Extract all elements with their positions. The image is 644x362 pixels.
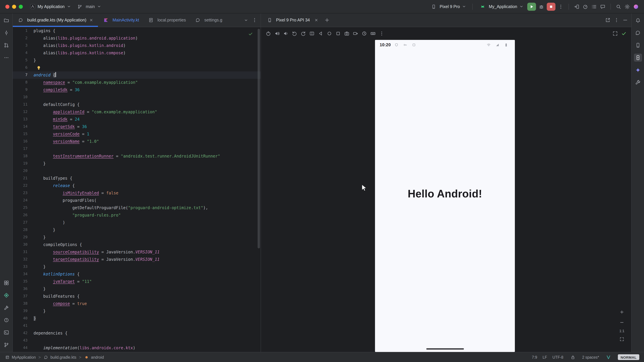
settings-icon[interactable] — [623, 2, 631, 10]
code-line[interactable]: 43 — [13, 337, 260, 344]
editor-tab[interactable]: local.properties — [143, 13, 190, 27]
more-vert-icon[interactable] — [250, 16, 258, 24]
search-icon[interactable] — [614, 2, 622, 10]
run-configuration-selector[interactable]: My_Application — [476, 1, 526, 12]
code-line[interactable]: 5} — [13, 57, 260, 64]
close-window-button[interactable] — [5, 4, 10, 8]
code-line[interactable]: 17 — [13, 145, 260, 152]
code-line[interactable]: 26 "proguard-rules.pro" — [13, 212, 260, 219]
chevron-down-icon[interactable] — [242, 16, 250, 24]
wifi-icon[interactable] — [485, 41, 493, 49]
code-line[interactable]: 32 targetCompatibility = JavaVersion.VER… — [13, 256, 260, 263]
breadcrumb-item[interactable]: build.gradle.kts — [50, 355, 76, 359]
code-line[interactable]: 36 } — [13, 285, 260, 293]
profiler-icon[interactable] — [581, 2, 589, 10]
code-line[interactable]: 3 alias(libs.plugins.kotlin.android) — [13, 42, 260, 49]
emulator-screen[interactable]: 10:20 Hello Android! — [375, 40, 515, 352]
editor-tab[interactable]: build.gradle.kts (My Application) — [13, 13, 98, 27]
app-quality-insights-icon[interactable] — [2, 291, 10, 299]
running-devices-icon[interactable] — [634, 54, 642, 62]
vcs-branch-widget[interactable]: main — [73, 1, 104, 12]
code-line[interactable]: 10 — [13, 93, 260, 101]
version-control-icon[interactable] — [2, 341, 10, 349]
zoom-in-icon[interactable] — [618, 308, 626, 316]
code-line[interactable]: 31 sourceCompatibility = JavaVersion.VER… — [13, 248, 260, 256]
shield-icon[interactable] — [392, 41, 400, 49]
code-line[interactable]: 19 } — [13, 160, 260, 167]
pull-requests-icon[interactable] — [2, 41, 10, 49]
code-line[interactable]: 4 alias(libs.plugins.kotlin.compose) — [13, 49, 260, 57]
code-line[interactable]: 22 release { — [13, 182, 260, 189]
gemini-icon[interactable] — [634, 66, 642, 74]
live-edit-check-icon[interactable] — [620, 29, 628, 37]
build-icon[interactable] — [2, 304, 10, 312]
code-line[interactable]: 23 isMinifyEnabled = false — [13, 189, 260, 197]
key-icon[interactable] — [401, 41, 409, 49]
power-icon[interactable] — [264, 29, 272, 37]
hide-icon[interactable] — [621, 16, 629, 24]
snapshots-icon[interactable] — [360, 29, 368, 37]
editor-scrollbar[interactable] — [258, 29, 260, 248]
code-line[interactable]: 42dependencies { — [13, 330, 260, 337]
code-line[interactable]: 9 compileSdk = 36 — [13, 86, 260, 93]
code-line[interactable]: 33 } — [13, 263, 260, 271]
code-line[interactable]: 38 compose = true — [13, 300, 260, 307]
fold-icon[interactable] — [308, 29, 316, 37]
todo-list-icon[interactable] — [590, 2, 598, 10]
minimize-window-button[interactable] — [12, 4, 16, 8]
close-tab-icon[interactable] — [89, 17, 94, 23]
device-selector[interactable]: Pixel 9 Pro — [427, 1, 469, 12]
code-line[interactable]: 27 ) — [13, 219, 260, 226]
intention-bulb-icon[interactable] — [36, 65, 42, 70]
breadcrumb-item[interactable]: MyApplication — [12, 355, 36, 359]
device-manager-icon[interactable] — [634, 41, 642, 49]
volume-up-icon[interactable] — [273, 29, 281, 37]
code-line[interactable]: 25 getDefaultProguardFile("proguard-andr… — [13, 204, 260, 212]
ai-chat-icon[interactable] — [599, 2, 607, 10]
code-line[interactable]: 11 defaultConfig { — [13, 101, 260, 108]
code-line[interactable]: 14 targetSdk = 36 — [13, 123, 260, 130]
breadcrumb-item[interactable]: android — [91, 355, 104, 359]
close-device-tab-icon[interactable] — [312, 16, 320, 24]
home-icon[interactable] — [325, 29, 334, 37]
overview-icon[interactable] — [334, 29, 342, 37]
run-button[interactable] — [527, 2, 536, 10]
code-editor[interactable]: 1plugins {2 alias(libs.plugins.android.a… — [13, 27, 261, 352]
inspections-status-icon[interactable] — [246, 30, 254, 38]
zoom-level[interactable]: 1:1 — [619, 329, 624, 333]
code-line[interactable]: 18 testInstrumentationRunner = "androidx… — [13, 152, 260, 160]
project-folder-icon[interactable] — [2, 16, 10, 24]
fullscreen-window-button[interactable] — [19, 4, 23, 8]
device-tab[interactable]: Pixel 9 Pro API 34 — [261, 13, 323, 27]
code-line[interactable]: 24 proguardFiles( — [13, 197, 260, 204]
code-line[interactable]: 41 — [13, 322, 260, 330]
more-tool-windows-icon[interactable] — [2, 54, 10, 62]
code-line[interactable]: 28 } — [13, 226, 260, 234]
gradle-icon[interactable] — [634, 29, 642, 37]
encoding-widget[interactable]: UTF-8 — [552, 355, 563, 359]
indent-widget[interactable]: 2 spaces* — [582, 355, 599, 359]
code-line[interactable]: 13 minSdk = 24 — [13, 116, 260, 123]
code-line[interactable]: 40} — [13, 315, 260, 322]
terminal-icon[interactable] — [2, 329, 10, 337]
open-in-new-icon[interactable] — [604, 16, 612, 24]
code-line[interactable]: 15 versionCode = 1 — [13, 130, 260, 138]
device-mirroring-icon[interactable] — [572, 2, 580, 10]
battery-icon[interactable] — [502, 41, 510, 49]
back-icon[interactable] — [317, 29, 325, 37]
hardware-input-icon[interactable] — [369, 29, 377, 37]
code-line[interactable]: 7android { — [13, 71, 260, 79]
screenshot-icon[interactable] — [343, 29, 351, 37]
code-line[interactable]: 35 jvmTarget = "11" — [13, 278, 260, 285]
more-run-actions-icon[interactable] — [557, 2, 565, 10]
screen-record-icon[interactable] — [352, 29, 360, 37]
code-line[interactable]: 29 } — [13, 234, 260, 241]
rotate-right-icon[interactable] — [299, 29, 307, 37]
code-line[interactable]: 30 compileOptions { — [13, 241, 260, 248]
code-line[interactable]: 12 applicationId = "com.example.myapplic… — [13, 108, 260, 116]
readonly-lock-icon[interactable] — [569, 353, 577, 361]
more-vert-icon[interactable] — [612, 16, 620, 24]
code-line[interactable]: 16 versionName = "1.0" — [13, 138, 260, 145]
more-vert-icon[interactable] — [378, 29, 386, 37]
appdot-icon[interactable] — [410, 41, 418, 49]
